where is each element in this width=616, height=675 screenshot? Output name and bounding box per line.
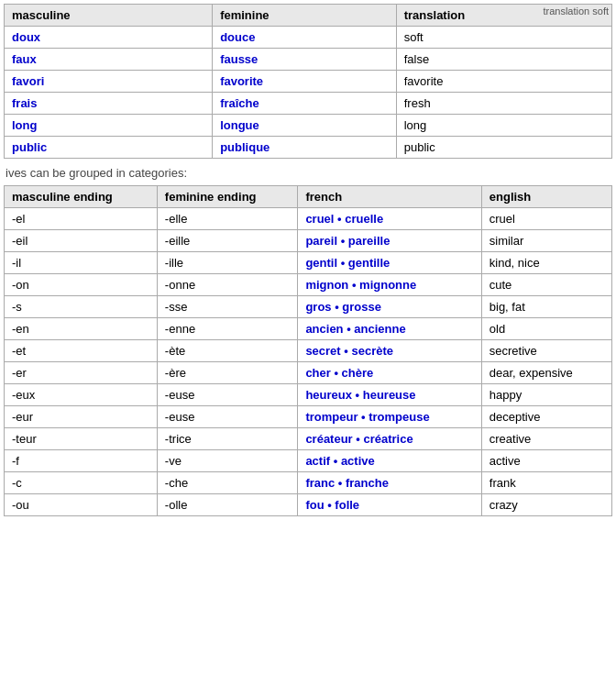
table-row: longlonguelong xyxy=(5,115,612,137)
table2-cell: heureux • heureuse xyxy=(298,384,481,406)
table1-cell: fausse xyxy=(213,49,397,71)
table2-cell: cher • chère xyxy=(298,362,481,384)
table-row: douxdoucesoft xyxy=(5,27,612,49)
table1-cell: fraîche xyxy=(213,93,397,115)
table2-cell: -ète xyxy=(157,340,298,362)
table1-cell: frais xyxy=(5,93,213,115)
table-row: fauxfaussefalse xyxy=(5,49,612,71)
table1-cell: doux xyxy=(5,27,213,49)
table2-cell: -euse xyxy=(157,384,298,406)
table2-cell: -eil xyxy=(5,230,158,252)
table-row: -en-enneancien • ancienneold xyxy=(5,318,612,340)
top-hint: translation soft xyxy=(543,6,609,17)
table2-cell: -s xyxy=(5,296,158,318)
table2-cell: -el xyxy=(5,208,158,230)
table2-cell: -eur xyxy=(5,406,158,428)
table2-cell: actif • active xyxy=(298,450,481,472)
table2-cell: -en xyxy=(5,318,158,340)
table2-cell: -c xyxy=(5,472,158,494)
table2-cell: -f xyxy=(5,450,158,472)
table2-cell: crazy xyxy=(481,494,611,516)
table2-cell: trompeur • trompeuse xyxy=(298,406,481,428)
table1-cell: favorite xyxy=(213,71,397,93)
table2-col-masc-ending: masculine ending xyxy=(5,186,158,208)
table-row: -eil-eillepareil • pareillesimilar xyxy=(5,230,612,252)
table2-cell: -er xyxy=(5,362,158,384)
table2-cell: ancien • ancienne xyxy=(298,318,481,340)
table2-col-french: french xyxy=(298,186,481,208)
table-row: -ou-ollefou • follecrazy xyxy=(5,494,612,516)
table2-cell: -olle xyxy=(157,494,298,516)
table2-col-english: english xyxy=(481,186,611,208)
table-row: -il-illegentil • gentillekind, nice xyxy=(5,252,612,274)
table2-cell: kind, nice xyxy=(481,252,611,274)
table2-cell: -che xyxy=(157,472,298,494)
table2-cell: gros • grosse xyxy=(298,296,481,318)
table2-cell: big, fat xyxy=(481,296,611,318)
table2-cell: old xyxy=(481,318,611,340)
table1-cell: publique xyxy=(213,137,397,159)
table2-cell: -enne xyxy=(157,318,298,340)
table-row: -et-ètesecret • secrètesecretive xyxy=(5,340,612,362)
table2-cell: dear, expensive xyxy=(481,362,611,384)
table1-cell: soft xyxy=(396,27,611,49)
table2-cell: -il xyxy=(5,252,158,274)
table2-cell: cute xyxy=(481,274,611,296)
table2-cell: -ve xyxy=(157,450,298,472)
table1-cell: favori xyxy=(5,71,213,93)
table-row: -on-onnemignon • mignonnecute xyxy=(5,274,612,296)
table2-cell: créateur • créatrice xyxy=(298,428,481,450)
table2-cell: -sse xyxy=(157,296,298,318)
table2-header-row: masculine ending feminine ending french … xyxy=(5,186,612,208)
table1-cell: long xyxy=(396,115,611,137)
table-row: -eur-eusetrompeur • trompeusedeceptive xyxy=(5,406,612,428)
table2-cell: active xyxy=(481,450,611,472)
table1-cell: false xyxy=(396,49,611,71)
table2-cell: -trice xyxy=(157,428,298,450)
table2-cell: -eux xyxy=(5,384,158,406)
table1: masculine feminine translation douxdouce… xyxy=(4,4,612,159)
table2-col-fem-ending: feminine ending xyxy=(157,186,298,208)
page-wrapper: translation soft masculine feminine tran… xyxy=(4,4,612,516)
table1-cell: public xyxy=(396,137,611,159)
table1-cell: faux xyxy=(5,49,213,71)
table-row: -el-ellecruel • cruellecruel xyxy=(5,208,612,230)
table1-col-feminine: feminine xyxy=(213,5,397,27)
table-row: -s-ssegros • grossebig, fat xyxy=(5,296,612,318)
table2-cell: pareil • pareille xyxy=(298,230,481,252)
table-row: -f-veactif • activeactive xyxy=(5,450,612,472)
table-row: -c-chefranc • franchefrank xyxy=(5,472,612,494)
table1-cell: public xyxy=(5,137,213,159)
table-row: -teur-tricecréateur • créatricecreative xyxy=(5,428,612,450)
table2-cell: -on xyxy=(5,274,158,296)
table2-cell: -ille xyxy=(157,252,298,274)
table2-cell: similar xyxy=(481,230,611,252)
middle-text: ives can be grouped in categories: xyxy=(6,166,610,180)
table2: masculine ending feminine ending french … xyxy=(4,185,612,516)
table2-cell: -eille xyxy=(157,230,298,252)
table2-cell: -et xyxy=(5,340,158,362)
table1-cell: douce xyxy=(213,27,397,49)
table1-header-row: masculine feminine translation xyxy=(5,5,612,27)
table2-cell: -onne xyxy=(157,274,298,296)
table2-cell: -ou xyxy=(5,494,158,516)
table2-cell: -ère xyxy=(157,362,298,384)
table1-cell: fresh xyxy=(396,93,611,115)
table-row: -eux-euseheureux • heureusehappy xyxy=(5,384,612,406)
table1-cell: favorite xyxy=(396,71,611,93)
table2-cell: mignon • mignonne xyxy=(298,274,481,296)
table2-cell: gentil • gentille xyxy=(298,252,481,274)
table2-cell: frank xyxy=(481,472,611,494)
table1-cell: long xyxy=(5,115,213,137)
table-row: favorifavoritefavorite xyxy=(5,71,612,93)
table2-cell: secret • secrète xyxy=(298,340,481,362)
table2-cell: -teur xyxy=(5,428,158,450)
table2-cell: -elle xyxy=(157,208,298,230)
table1-col-masculine: masculine xyxy=(5,5,213,27)
table2-cell: secretive xyxy=(481,340,611,362)
table-row: publicpubliquepublic xyxy=(5,137,612,159)
table2-cell: franc • franche xyxy=(298,472,481,494)
table-row: fraisfraîchefresh xyxy=(5,93,612,115)
table2-cell: cruel xyxy=(481,208,611,230)
table2-cell: happy xyxy=(481,384,611,406)
